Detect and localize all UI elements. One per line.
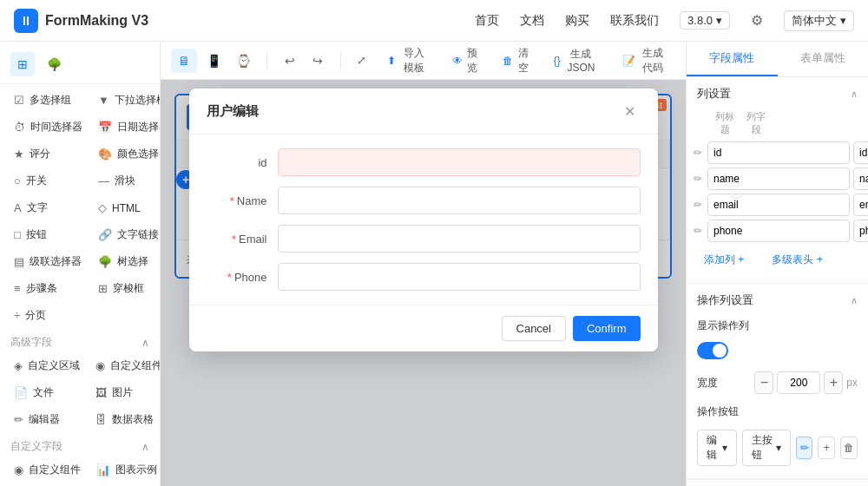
sidebar-item-multi-select[interactable]: ☑ 多选择组	[7, 88, 89, 113]
sidebar-item-link[interactable]: 🔗 文字链接	[91, 222, 161, 247]
col-field-input-name[interactable]	[853, 167, 868, 190]
sidebar-item-custom-area[interactable]: ◈ 自定义区域	[7, 353, 87, 378]
sidebar-item-editor[interactable]: ✏ 编辑器	[7, 407, 87, 432]
canvas-inner: userList 新增用户 + name email	[161, 80, 686, 486]
device-desktop[interactable]: 🖥	[171, 49, 197, 73]
width-input[interactable]	[777, 371, 820, 394]
sidebar-item-cascade[interactable]: ▤ 级联选择器	[7, 249, 89, 274]
name-input[interactable]	[278, 187, 641, 214]
chart-icon: 📊	[96, 463, 110, 476]
sidebar-item-datatable[interactable]: 🗄 数据表格 New	[89, 407, 161, 432]
op-add-icon-btn[interactable]: +	[818, 437, 835, 459]
id-input[interactable]	[278, 148, 641, 176]
col-title-input-phone[interactable]	[707, 220, 850, 242]
sidebar-item-shuttle[interactable]: ⊞ 穿梭框	[91, 276, 161, 301]
sidebar-item-custom-comp[interactable]: ◉ 自定义组件	[89, 353, 161, 378]
sidebar-item-time[interactable]: ⏱ 时间选择器	[7, 115, 89, 140]
width-minus-button[interactable]: −	[754, 371, 773, 394]
advanced-section-title[interactable]: 高级字段 ∧	[0, 328, 160, 353]
col-field-header: 列字段	[742, 110, 770, 136]
settings-icon[interactable]: ⚙	[751, 12, 763, 29]
json-icon: {}	[554, 55, 561, 67]
redo-button[interactable]: ↪	[306, 49, 330, 73]
sidebar-item-tree-select[interactable]: 🌳 树选择	[91, 249, 161, 274]
version-selector[interactable]: 3.8.0 ▾	[680, 11, 730, 30]
sidebar-item-image[interactable]: 🖼 图片	[89, 380, 161, 405]
edit-icon-name[interactable]: ✏	[694, 173, 702, 185]
sidebar-icon-tree[interactable]: 🌳	[42, 52, 66, 76]
sidebar-item-button[interactable]: □ 按钮	[7, 222, 89, 247]
modal-close-button[interactable]: ✕	[620, 101, 641, 122]
nav-docs[interactable]: 文档	[520, 13, 544, 29]
phone-input[interactable]	[278, 263, 641, 291]
import-template-button[interactable]: ⬆ 导入模板	[378, 43, 437, 79]
tab-form-props[interactable]: 表单属性	[778, 42, 869, 76]
sidebar-item-dropdown[interactable]: ▼ 下拉选择框	[91, 88, 161, 113]
rating-icon: ★	[14, 148, 24, 161]
form-field-name: Name	[207, 187, 641, 214]
sidebar-icon-components[interactable]: ⊞	[10, 52, 35, 76]
sidebar-item-switch[interactable]: ○ 开关	[7, 168, 89, 194]
nav-contact[interactable]: 联系我们	[610, 13, 659, 29]
sidebar-item-pagination[interactable]: ÷ 分页	[7, 303, 89, 328]
sidebar-item-steps[interactable]: ≡ 步骤条	[7, 276, 89, 301]
tab-field-props[interactable]: 字段属性	[687, 42, 778, 76]
primary-op-btn[interactable]: 主按钮 ▾	[742, 430, 790, 466]
email-input[interactable]	[278, 225, 641, 253]
sidebar-item-text[interactable]: A 文字	[7, 195, 89, 220]
form-field-phone: Phone	[207, 263, 641, 291]
col-settings-section: 列设置 ∧ 列标题 列字段 ✏ + 🗑 ✏	[687, 77, 868, 284]
add-multi-header-button[interactable]: 多级表头 +	[761, 247, 832, 273]
sidebar-item-chart[interactable]: 📊 图表示例	[89, 457, 161, 483]
steps-icon: ≡	[14, 282, 21, 295]
sidebar-item-date[interactable]: 📅 日期选择器	[91, 115, 161, 140]
col-field-input-phone[interactable]	[853, 220, 868, 242]
gen-json-button[interactable]: {} 生成JSON	[545, 43, 608, 77]
button-icon: □	[14, 228, 21, 241]
col-title-input-name[interactable]	[707, 167, 850, 190]
col-title-header: 列标题	[711, 110, 739, 136]
op-settings-header[interactable]: 操作列设置 ∧	[687, 284, 868, 313]
clear-button[interactable]: 🗑 清空	[494, 43, 537, 79]
multi-select-icon: ☑	[14, 94, 24, 107]
op-settings-chevron: ∧	[851, 295, 858, 306]
show-op-col-toggle[interactable]	[697, 342, 728, 359]
col-title-input-email[interactable]	[707, 194, 850, 216]
op-delete-icon-btn[interactable]: 🗑	[840, 437, 858, 459]
import-icon: ⬆	[387, 55, 396, 67]
sidebar-item-html[interactable]: ◇ HTML	[91, 195, 161, 220]
text-icon: A	[14, 201, 22, 214]
edit-icon-phone[interactable]: ✏	[694, 225, 702, 237]
sidebar-item-color[interactable]: 🎨 颜色选择器	[91, 141, 161, 167]
confirm-button[interactable]: Confirm	[573, 316, 641, 341]
edit-icon-id[interactable]: ✏	[694, 147, 702, 159]
sidebar-item-rating[interactable]: ★ 评分	[7, 141, 89, 167]
expand-button[interactable]: ⤢	[352, 49, 372, 73]
gen-code-button[interactable]: 📝 生成代码	[614, 43, 675, 79]
device-tablet[interactable]: 📱	[201, 49, 227, 73]
main-layout: ⊞ 🌳 ☑ 多选择组 ▼ 下拉选择框 ⏱ 时间选择器 📅 日期选择器 ★ 评分	[0, 42, 868, 486]
add-col-button[interactable]: 添加列 +	[694, 247, 754, 273]
cancel-button[interactable]: Cancel	[502, 316, 566, 341]
col-title-input-id[interactable]	[707, 141, 850, 164]
col-settings-header[interactable]: 列设置 ∧	[687, 77, 868, 107]
date-icon: 📅	[98, 121, 112, 134]
width-plus-button[interactable]: +	[824, 371, 843, 394]
op-edit-icon-btn[interactable]: ✏	[796, 437, 813, 459]
nav-buy[interactable]: 购买	[565, 13, 589, 29]
sidebar-item-custom-comp-2[interactable]: ◉ 自定义组件	[7, 457, 88, 483]
preview-button[interactable]: 👁 预览	[444, 43, 487, 79]
sidebar-item-file[interactable]: 📄 文件	[7, 380, 87, 405]
edit-op-btn[interactable]: 编辑 ▾	[697, 430, 737, 466]
file-icon: 📄	[14, 386, 28, 399]
col-field-input-email[interactable]	[853, 194, 868, 216]
custom-section-title[interactable]: 自定义字段 ∧	[0, 432, 160, 457]
edit-icon-email[interactable]: ✏	[694, 199, 702, 211]
col-field-input-id[interactable]	[853, 141, 868, 164]
undo-button[interactable]: ↩	[278, 49, 302, 73]
sidebar-item-slider[interactable]: — 滑块	[91, 168, 161, 194]
device-mobile[interactable]: ⌚	[230, 49, 256, 73]
right-panel-tabs: 字段属性 表单属性	[687, 42, 868, 77]
nav-home[interactable]: 首页	[475, 13, 499, 29]
language-selector[interactable]: 简体中文 ▾	[784, 10, 854, 31]
